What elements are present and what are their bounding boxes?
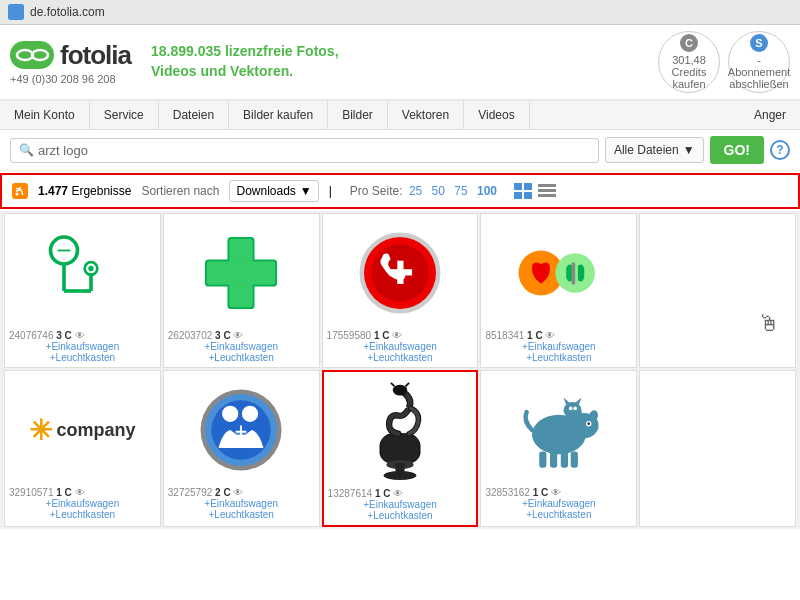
nav-item-videos[interactable]: Videos [464, 101, 529, 129]
nav-item-bilder[interactable]: Bilder [328, 101, 388, 129]
abo-box[interactable]: S - Abonnement abschließen [728, 31, 790, 93]
image-price-1: 3 C [215, 330, 231, 341]
image-card-5[interactable]: ✳ company 32910571 1 C 👁 +Einkaufswagen … [4, 370, 161, 527]
nav-item-mein-konto[interactable]: Mein Konto [0, 101, 90, 129]
credits-amount: 301,48 [672, 54, 706, 66]
image-price-2: 1 C [374, 330, 390, 341]
image-action2-8[interactable]: +Leuchtkasten [526, 509, 591, 520]
image-action2-1[interactable]: +Leuchtkasten [209, 352, 274, 363]
image-price-8: 1 C [533, 487, 549, 498]
svg-point-55 [569, 407, 573, 411]
filter-dropdown[interactable]: Alle Dateien ▼ [605, 137, 704, 163]
image-id-3: 8518341 [485, 330, 524, 341]
favicon [8, 4, 24, 20]
image-id-7: 13287614 [328, 488, 373, 499]
image-meta-5: 32910571 1 C 👁 [9, 485, 156, 498]
image-action2-6[interactable]: +Leuchtkasten [209, 509, 274, 520]
svg-point-41 [393, 385, 408, 396]
svg-point-56 [573, 407, 577, 411]
svg-point-34 [242, 406, 258, 422]
image-card-8[interactable]: 32853162 1 C 👁 +Einkaufswagen +Leuchtkas… [480, 370, 637, 527]
image-action1-6[interactable]: +Einkaufswagen [204, 498, 278, 509]
image-action2-0[interactable]: +Leuchtkasten [50, 352, 115, 363]
results-count: 1.477 Ergebnisse [38, 184, 131, 198]
image-card-7[interactable]: 13287614 1 C 👁 +Einkaufswagen +Leuchtkas… [322, 370, 479, 527]
svg-point-51 [587, 422, 590, 425]
image-card-2[interactable]: ✚ 17559580 1 C 👁 +Einkaufswagen +Leuchtk… [322, 213, 479, 368]
grid-view-icon[interactable] [514, 183, 534, 199]
image-id-8: 32853162 [485, 487, 530, 498]
image-meta-0: 24076746 3 C 👁 [9, 328, 156, 341]
image-grid: 24076746 3 C 👁 +Einkaufswagen +Leuchtkas… [0, 211, 800, 529]
image-action1-3[interactable]: +Einkaufswagen [522, 341, 596, 352]
nav: Mein Konto Service Dateien Bilder kaufen… [0, 101, 800, 130]
image-id-2: 17559580 [327, 330, 372, 341]
svg-rect-47 [550, 452, 557, 468]
abo-dash: - [757, 54, 761, 66]
eye-icon-5: 👁 [75, 487, 85, 498]
go-button[interactable]: GO! [710, 136, 764, 164]
svg-point-33 [222, 406, 238, 422]
list-view-icon[interactable] [538, 183, 558, 199]
rss-icon[interactable] [12, 183, 28, 199]
svg-rect-8 [524, 192, 532, 199]
nav-item-vektoren[interactable]: Vektoren [388, 101, 464, 129]
image-id-5: 32910571 [9, 487, 54, 498]
image-action1-2[interactable]: +Einkaufswagen [363, 341, 437, 352]
per-page-25[interactable]: 25 [409, 184, 422, 198]
sort-dropdown[interactable]: Downloads ▼ [229, 180, 318, 202]
search-input-wrap: 🔍 [10, 138, 599, 163]
image-action2-5[interactable]: +Leuchtkasten [50, 509, 115, 520]
image-price-6: 2 C [215, 487, 231, 498]
image-meta-1: 26203702 3 C 👁 [168, 328, 315, 341]
svg-point-28 [555, 253, 595, 293]
svg-rect-7 [514, 192, 522, 199]
view-icons [514, 183, 558, 199]
image-action2-3[interactable]: +Leuchtkasten [526, 352, 591, 363]
results-bar: 1.477 Ergebnisse Sortieren nach Download… [0, 173, 800, 209]
svg-rect-49 [570, 452, 577, 468]
image-action1-1[interactable]: +Einkaufswagen [204, 341, 278, 352]
image-card-0[interactable]: 24076746 3 C 👁 +Einkaufswagen +Leuchtkas… [4, 213, 161, 368]
credits-box[interactable]: C 301,48 Credits kaufen [658, 31, 720, 93]
image-thumb-2: ✚ [327, 218, 474, 328]
image-card-6[interactable]: 32725792 2 C 👁 +Einkaufswagen +Leuchtkas… [163, 370, 320, 527]
image-thumb-7 [328, 376, 473, 486]
per-page-100[interactable]: 100 [477, 184, 497, 198]
image-price-0: 3 C [56, 330, 72, 341]
svg-rect-22 [207, 261, 275, 284]
image-meta-2: 17559580 1 C 👁 [327, 328, 474, 341]
per-page-50[interactable]: 50 [432, 184, 445, 198]
eye-icon-2: 👁 [392, 330, 402, 341]
sort-label: Sortieren nach [141, 184, 219, 198]
eye-icon-7: 👁 [393, 488, 403, 499]
per-page-75[interactable]: 75 [454, 184, 467, 198]
image-action1-8[interactable]: +Einkaufswagen [522, 498, 596, 509]
sort-chevron-icon: ▼ [300, 184, 312, 198]
image-action1-0[interactable]: +Einkaufswagen [46, 341, 120, 352]
image-meta-6: 32725792 2 C 👁 [168, 485, 315, 498]
help-icon[interactable]: ? [770, 140, 790, 160]
nav-item-service[interactable]: Service [90, 101, 159, 129]
image-action2-2[interactable]: +Leuchtkasten [367, 352, 432, 363]
nav-item-anger[interactable]: Anger [740, 101, 800, 129]
svg-rect-46 [539, 452, 546, 468]
image-card-1[interactable]: 26203702 3 C 👁 +Einkaufswagen +Leuchtkas… [163, 213, 320, 368]
image-action1-5[interactable]: +Einkaufswagen [46, 498, 120, 509]
image-action2-7[interactable]: +Leuchtkasten [367, 510, 432, 521]
image-thumb-5: ✳ company [9, 375, 156, 485]
image-thumb-3 [485, 218, 632, 328]
chevron-down-icon: ▼ [683, 143, 695, 157]
svg-point-40 [384, 471, 417, 480]
image-action1-7[interactable]: +Einkaufswagen [363, 499, 437, 510]
abo-icon: S [750, 34, 768, 52]
nav-item-dateien[interactable]: Dateien [159, 101, 229, 129]
search-input[interactable] [38, 143, 590, 158]
nav-item-bilder-kaufen[interactable]: Bilder kaufen [229, 101, 328, 129]
abo-label2: abschließen [729, 78, 788, 90]
image-card-3[interactable]: 8518341 1 C 👁 +Einkaufswagen +Leuchtkast… [480, 213, 637, 368]
pipe-separator: | [329, 184, 332, 198]
eye-icon-3: 👁 [545, 330, 555, 341]
image-card-9 [639, 370, 796, 527]
image-meta-7: 13287614 1 C 👁 [328, 486, 473, 499]
